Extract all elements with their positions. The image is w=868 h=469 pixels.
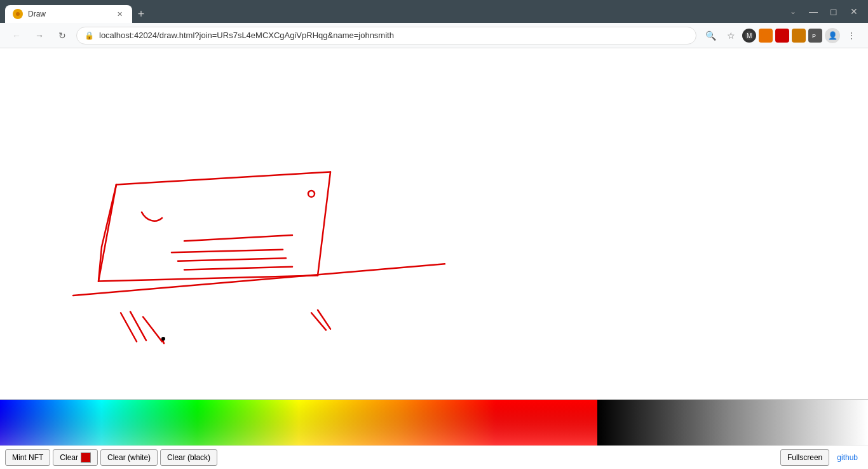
fullscreen-button[interactable]: Fullscreen [780,449,829,466]
color-spectrum[interactable] [0,400,868,445]
extension-icon-3[interactable] [775,29,789,43]
url-input[interactable] [99,31,688,40]
extension-icon-4[interactable] [792,29,806,43]
search-icon[interactable]: 🔍 [702,27,719,44]
rainbow-canvas[interactable] [0,400,597,445]
tab-bar: Draw ✕ + [5,0,782,23]
tab-title: Draw [28,10,109,18]
browser-actions: 🔍 ☆ M P 👤 ⋮ [702,27,860,44]
github-link[interactable]: github [832,453,863,462]
toolbar-buttons: Mint NFT Clear Clear (white) Clear (blac… [0,445,868,469]
back-button[interactable]: ← [8,27,25,44]
profile-avatar[interactable]: 👤 [825,28,840,43]
clear-color-swatch [81,452,91,463]
clear-white-button[interactable]: Clear (white) [100,449,158,466]
svg-text:P: P [812,33,816,39]
extension-icon-5[interactable]: P [808,29,822,43]
extension-icon-2[interactable] [759,29,773,43]
grayscale-spectrum[interactable] [597,400,868,445]
mint-nft-button[interactable]: Mint NFT [5,449,50,466]
bookmark-icon[interactable]: ☆ [722,27,740,44]
svg-rect-6 [794,31,803,40]
tab-favicon [13,9,23,19]
forward-button[interactable]: → [31,27,48,44]
new-tab-button[interactable]: + [132,5,150,23]
svg-text:M: M [747,32,752,39]
close-button[interactable]: ✕ [845,3,863,20]
menu-icon[interactable]: ⋮ [843,27,860,44]
gray-canvas[interactable] [597,400,868,445]
window-controls: ⌄ — ◻ ✕ [784,3,863,20]
maximize-button[interactable]: ◻ [825,3,843,20]
url-bar[interactable]: 🔒 [76,27,696,44]
svg-point-4 [761,31,770,40]
minimize-button[interactable]: — [804,3,822,20]
reload-button[interactable]: ↻ [53,27,71,44]
tab-close-button[interactable]: ✕ [114,9,125,19]
chevron-down-icon: ⌄ [784,3,802,20]
svg-point-1 [16,12,20,16]
drawing-canvas[interactable] [0,48,868,399]
toolbar: Mint NFT Clear Clear (white) Clear (blac… [0,399,868,469]
clear-button[interactable]: Clear [53,449,98,466]
drawing-canvas-area[interactable] [0,48,868,399]
svg-point-5 [778,31,787,40]
rainbow-spectrum[interactable] [0,400,597,445]
active-tab[interactable]: Draw ✕ [5,5,132,23]
title-bar: Draw ✕ + ⌄ — ◻ ✕ [0,0,868,23]
clear-label: Clear [60,453,78,462]
clear-black-button[interactable]: Clear (black) [160,449,217,466]
security-icon: 🔒 [85,31,94,40]
extension-icon-1[interactable]: M [742,29,756,43]
address-bar: ← → ↻ 🔒 🔍 ☆ M P 👤 [0,23,868,48]
